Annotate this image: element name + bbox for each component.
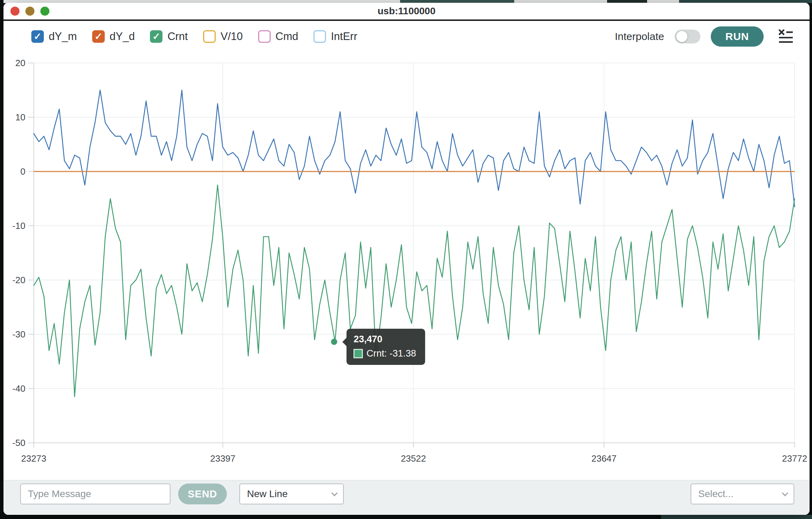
legend-item-dY_m[interactable]: ✓dY_m	[31, 30, 77, 43]
tooltip-series-value: Crnt: -31.38	[366, 348, 416, 359]
tooltip-series-row: Crnt: -31.38	[353, 348, 416, 359]
clear-plot-button[interactable]	[776, 27, 796, 47]
message-bar: SEND New Line Select...	[3, 480, 810, 515]
minimize-button[interactable]	[25, 7, 34, 16]
hover-point-marker	[331, 339, 337, 345]
legend-item-V/10[interactable]: V/10	[203, 30, 243, 43]
line-ending-value: New Line	[247, 488, 288, 500]
toggle-knob	[676, 31, 687, 42]
checkbox-V/10[interactable]	[203, 30, 216, 43]
chevron-down-icon	[331, 490, 337, 496]
checkbox-IntErr[interactable]	[313, 30, 326, 43]
x-tick-label: 23522	[401, 453, 426, 464]
legend-item-dY_d[interactable]: ✓dY_d	[92, 30, 135, 43]
y-tick-label: -20	[12, 275, 25, 285]
zoom-button[interactable]	[40, 7, 49, 16]
message-input[interactable]	[20, 484, 170, 504]
toolbar-right: Interpolate RUN	[615, 26, 796, 47]
clear-list-icon	[778, 40, 794, 45]
legend-item-Cmd[interactable]: Cmd	[258, 30, 298, 43]
legend-label: Crnt	[167, 30, 188, 43]
y-tick-label: -10	[12, 221, 25, 231]
line-ending-select[interactable]: New Line	[239, 484, 344, 504]
series-swatch-icon	[353, 349, 363, 358]
chart-tooltip: 23,470 Crnt: -31.38	[347, 329, 425, 365]
series-line-dY_m	[34, 90, 795, 207]
run-button[interactable]: RUN	[711, 26, 764, 47]
port-select[interactable]: Select...	[691, 484, 794, 504]
port-select-value: Select...	[698, 488, 733, 500]
toolbar: ✓dY_m✓dY_d✓CrntV/10CmdIntErr Interpolate…	[3, 21, 810, 52]
x-tick-label: 23273	[21, 453, 46, 464]
y-tick-label: -40	[12, 383, 25, 394]
checkbox-Crnt[interactable]: ✓	[150, 30, 162, 43]
window-title: usb:1100000	[377, 6, 436, 17]
x-tick-label: 23647	[591, 453, 616, 464]
chevron-down-icon	[782, 490, 788, 496]
y-tick-label: -30	[12, 329, 25, 340]
checkbox-dY_m[interactable]: ✓	[31, 30, 44, 43]
tooltip-x-value: 23,470	[353, 334, 416, 345]
x-tick-label: 23772	[782, 453, 807, 464]
legend-item-IntErr[interactable]: IntErr	[313, 30, 357, 43]
legend-item-Crnt[interactable]: ✓Crnt	[150, 30, 188, 43]
checkbox-Cmd[interactable]	[258, 30, 271, 43]
close-button[interactable]	[10, 7, 19, 16]
interpolate-label: Interpolate	[615, 31, 664, 42]
legend-label: IntErr	[331, 30, 357, 43]
y-tick-label: 0	[21, 166, 25, 177]
legend-label: Cmd	[276, 30, 298, 43]
chart-plot: 20100-10-20-30-40-5023273233972352223647…	[0, 52, 812, 470]
y-tick-label: 10	[15, 112, 25, 122]
chart-area[interactable]: 20100-10-20-30-40-5023273233972352223647…	[0, 52, 812, 470]
legend-label: dY_m	[49, 30, 77, 43]
legend-label: dY_d	[110, 30, 135, 43]
x-tick-label: 23397	[210, 453, 235, 464]
titlebar: usb:1100000	[3, 3, 810, 21]
legend-label: V/10	[221, 30, 243, 43]
series-legend: ✓dY_m✓dY_d✓CrntV/10CmdIntErr	[31, 30, 357, 43]
background-bottom-teal	[661, 515, 812, 519]
send-button[interactable]: SEND	[178, 484, 227, 504]
interpolate-toggle[interactable]	[675, 30, 700, 43]
y-tick-label: -50	[12, 438, 25, 448]
checkbox-dY_d[interactable]: ✓	[92, 30, 105, 43]
series-line-Crnt	[34, 185, 795, 397]
traffic-lights	[10, 3, 49, 19]
y-tick-label: 20	[15, 58, 25, 68]
